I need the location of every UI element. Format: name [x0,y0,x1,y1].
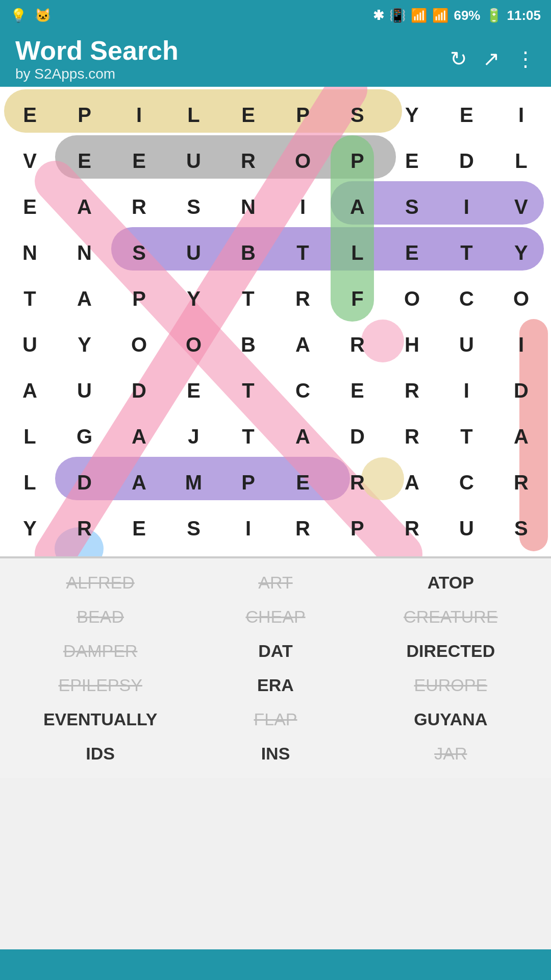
cell-3-5[interactable]: T [276,230,330,276]
cell-1-0[interactable]: V [3,138,57,184]
cell-4-4[interactable]: T [221,276,276,322]
word-item-dat[interactable]: DAT [190,637,360,665]
cell-8-7[interactable]: A [385,459,439,505]
cell-4-7[interactable]: O [385,276,439,322]
cell-6-9[interactable]: D [494,368,548,413]
word-item-eventually[interactable]: EVENTUALLY [15,705,185,733]
cell-3-6[interactable]: L [330,230,385,276]
cell-5-9[interactable]: I [494,322,548,368]
word-item-alfred[interactable]: ALFRED [15,569,185,597]
cell-6-4[interactable]: T [221,368,276,413]
cell-6-5[interactable]: C [276,368,330,413]
cell-6-0[interactable]: A [3,368,57,413]
cell-0-0[interactable]: E [3,92,57,138]
cell-8-6[interactable]: R [330,459,385,505]
cell-7-2[interactable]: A [112,413,166,459]
word-item-flap[interactable]: FLAP [190,705,360,733]
cell-8-2[interactable]: A [112,459,166,505]
cell-3-4[interactable]: B [221,230,276,276]
cell-1-5[interactable]: O [276,138,330,184]
cell-2-2[interactable]: R [112,184,166,230]
word-item-cheap[interactable]: CHEAP [190,603,360,631]
cell-7-8[interactable]: T [439,413,494,459]
cell-9-9[interactable]: S [494,505,548,551]
cell-5-6[interactable]: R [330,322,385,368]
cell-0-6[interactable]: S [330,92,385,138]
cell-2-8[interactable]: I [439,184,494,230]
word-item-bead[interactable]: BEAD [15,603,185,631]
cell-7-9[interactable]: A [494,413,548,459]
cell-9-0[interactable]: Y [3,505,57,551]
cell-3-0[interactable]: N [3,230,57,276]
cell-0-3[interactable]: L [166,92,221,138]
cell-4-2[interactable]: P [112,276,166,322]
cell-9-3[interactable]: S [166,505,221,551]
cell-1-4[interactable]: R [221,138,276,184]
cell-9-1[interactable]: R [57,505,112,551]
share-button[interactable]: ↗ [483,47,500,70]
word-item-europe[interactable]: EUROPE [366,671,536,699]
cell-5-0[interactable]: U [3,322,57,368]
word-item-era[interactable]: ERA [190,671,360,699]
cell-7-7[interactable]: R [385,413,439,459]
cell-7-3[interactable]: J [166,413,221,459]
cell-9-6[interactable]: P [330,505,385,551]
cell-6-6[interactable]: E [330,368,385,413]
cell-5-8[interactable]: U [439,322,494,368]
cell-1-7[interactable]: E [385,138,439,184]
cell-8-8[interactable]: C [439,459,494,505]
cell-2-1[interactable]: A [57,184,112,230]
word-item-directed[interactable]: DIRECTED [366,637,536,665]
cell-2-4[interactable]: N [221,184,276,230]
cell-1-6[interactable]: P [330,138,385,184]
word-item-art[interactable]: ART [190,569,360,597]
cell-6-8[interactable]: I [439,368,494,413]
cell-4-5[interactable]: R [276,276,330,322]
cell-1-9[interactable]: L [494,138,548,184]
cell-0-7[interactable]: Y [385,92,439,138]
cell-0-2[interactable]: I [112,92,166,138]
cell-5-5[interactable]: A [276,322,330,368]
cell-2-5[interactable]: I [276,184,330,230]
cell-7-5[interactable]: A [276,413,330,459]
cell-2-7[interactable]: S [385,184,439,230]
cell-6-2[interactable]: D [112,368,166,413]
word-item-guyana[interactable]: GUYANA [366,705,536,733]
cell-9-7[interactable]: R [385,505,439,551]
cell-3-7[interactable]: E [385,230,439,276]
cell-8-1[interactable]: D [57,459,112,505]
cell-4-6[interactable]: F [330,276,385,322]
cell-8-0[interactable]: L [3,459,57,505]
cell-3-8[interactable]: T [439,230,494,276]
cell-3-1[interactable]: N [57,230,112,276]
cell-2-9[interactable]: V [494,184,548,230]
cell-3-3[interactable]: U [166,230,221,276]
cell-5-7[interactable]: H [385,322,439,368]
word-item-ins[interactable]: INS [190,740,360,768]
cell-2-3[interactable]: S [166,184,221,230]
cell-7-4[interactable]: T [221,413,276,459]
cell-1-1[interactable]: E [57,138,112,184]
refresh-button[interactable]: ↻ [450,47,467,70]
cell-6-1[interactable]: U [57,368,112,413]
word-item-damper[interactable]: DAMPER [15,637,185,665]
word-item-ids[interactable]: IDS [15,740,185,768]
cell-6-7[interactable]: R [385,368,439,413]
cell-5-3[interactable]: O [166,322,221,368]
cell-2-6[interactable]: A [330,184,385,230]
cell-5-2[interactable]: O [112,322,166,368]
cell-6-3[interactable]: E [166,368,221,413]
cell-1-8[interactable]: D [439,138,494,184]
cell-4-8[interactable]: C [439,276,494,322]
cell-5-1[interactable]: Y [57,322,112,368]
cell-9-8[interactable]: U [439,505,494,551]
cell-8-4[interactable]: P [221,459,276,505]
cell-7-1[interactable]: G [57,413,112,459]
cell-7-6[interactable]: D [330,413,385,459]
cell-5-4[interactable]: B [221,322,276,368]
cell-2-0[interactable]: E [3,184,57,230]
cell-4-0[interactable]: T [3,276,57,322]
cell-9-4[interactable]: I [221,505,276,551]
cell-8-3[interactable]: M [166,459,221,505]
cell-8-5[interactable]: E [276,459,330,505]
